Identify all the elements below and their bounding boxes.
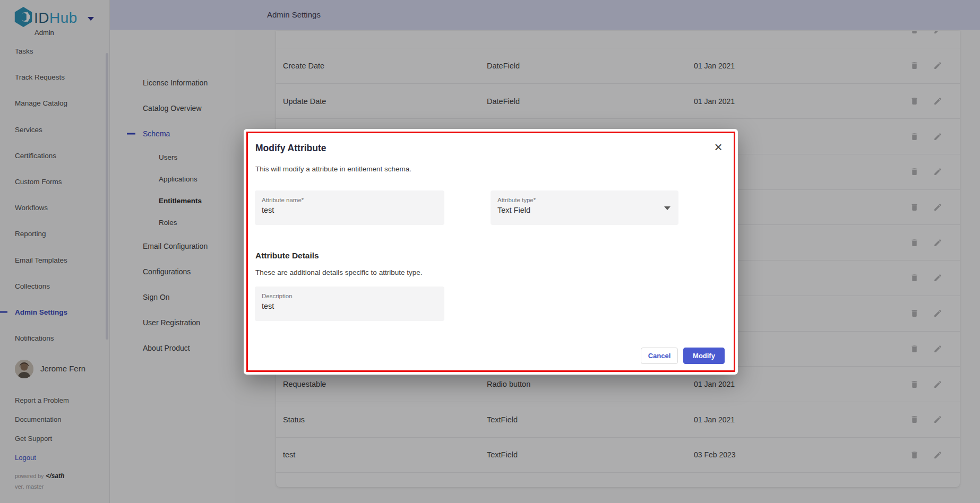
- cancel-button[interactable]: Cancel: [641, 348, 678, 364]
- modal-subtitle: This will modify a attribute in entitlem…: [255, 165, 411, 173]
- dropdown-caret-icon[interactable]: [664, 206, 670, 210]
- description-label: Description: [255, 287, 444, 299]
- page: Admin Settings Create Date DateField 01 …: [0, 0, 980, 503]
- attribute-type-value: Text Field: [491, 203, 678, 214]
- modify-button[interactable]: Modify: [683, 348, 725, 364]
- attribute-name-field[interactable]: Attribute name* test: [255, 190, 444, 225]
- modal-actions: Cancel Modify: [641, 348, 725, 364]
- modal-title: Modify Attribute: [255, 143, 326, 154]
- attribute-name-label: Attribute name*: [255, 190, 444, 203]
- description-field[interactable]: Description test: [255, 287, 444, 321]
- close-icon[interactable]: ×: [711, 140, 726, 154]
- attribute-details-subtitle: These are additional details specific to…: [255, 268, 422, 276]
- attribute-type-label: Attribute type*: [491, 190, 678, 203]
- attribute-type-select[interactable]: Attribute type* Text Field: [491, 190, 678, 225]
- attribute-name-value: test: [255, 203, 444, 214]
- modify-attribute-modal: Modify Attribute × This will modify a at…: [244, 129, 738, 375]
- description-value: test: [255, 299, 444, 310]
- attribute-details-title: Attribute Details: [255, 251, 319, 261]
